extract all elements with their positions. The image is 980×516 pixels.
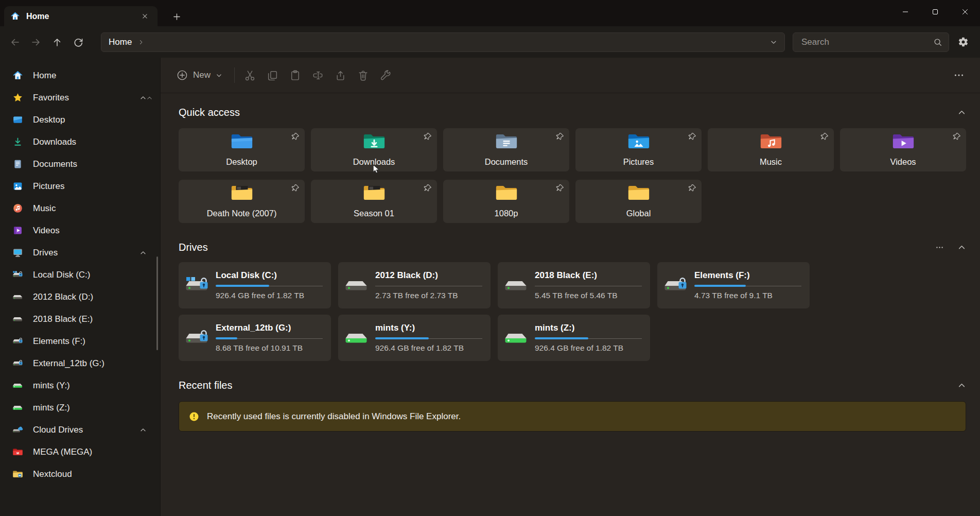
chevron-up-icon[interactable] [139, 471, 147, 478]
sidebar-item[interactable]: M MEGA (MEGA) [5, 441, 155, 462]
drives-more-icon[interactable] [935, 243, 944, 252]
quick-access-tile[interactable]: Music [708, 128, 834, 171]
up-button[interactable] [47, 32, 67, 52]
sidebar-item[interactable]: Drives [5, 242, 155, 263]
quick-access-tile[interactable]: Videos [840, 128, 966, 171]
collapse-chevron-icon[interactable] [957, 108, 966, 117]
chevron-up-icon[interactable] [139, 449, 147, 456]
pin-icon[interactable] [556, 184, 564, 192]
toolbar-button[interactable] [262, 65, 282, 85]
pin-icon[interactable] [291, 132, 300, 141]
chevron-up-icon[interactable] [139, 161, 147, 168]
drive-tile[interactable]: 2018 Black (E:) 5.45 TB free of 5.46 TB [498, 262, 650, 308]
sidebar-item[interactable]: 2012 Black (D:) [5, 286, 155, 307]
quick-access-tile[interactable]: Death Note (2007) [179, 180, 305, 223]
quick-access-tile[interactable]: Documents [443, 128, 569, 171]
more-options-button[interactable] [949, 65, 969, 85]
pin-icon[interactable] [556, 132, 564, 141]
chevron-up-icon[interactable] [139, 382, 147, 389]
toolbar-button[interactable] [308, 65, 327, 85]
sidebar-item[interactable]: Desktop [5, 109, 155, 130]
quick-access-tile[interactable]: 1080p [443, 180, 569, 223]
chevron-up-icon[interactable] [139, 183, 147, 190]
pin-icon[interactable] [688, 184, 696, 192]
chevron-up-icon[interactable] [139, 316, 147, 323]
collapse-chevron-icon[interactable] [957, 243, 966, 252]
drive-icon [504, 329, 529, 347]
close-button[interactable] [950, 0, 980, 24]
sidebar-item[interactable]: Elements (F:) [5, 331, 155, 352]
scrollbar-up-arrow[interactable] [146, 95, 153, 101]
sidebar-item[interactable]: Videos [5, 220, 155, 241]
sidebar-item[interactable]: Documents [5, 153, 155, 175]
maximize-button[interactable] [920, 0, 950, 24]
chevron-up-icon[interactable] [139, 271, 147, 279]
chevron-up-icon[interactable] [139, 72, 147, 79]
chevron-down-icon[interactable] [770, 39, 777, 46]
toolbar-button[interactable] [285, 65, 305, 85]
chevron-up-icon[interactable] [139, 205, 147, 212]
chevron-up-icon[interactable] [139, 116, 147, 124]
toolbar-button[interactable] [330, 65, 350, 85]
sidebar-item[interactable]: mints (Z:) [5, 397, 155, 418]
sidebar-item[interactable]: mints (Y:) [5, 375, 155, 396]
search-icon[interactable] [933, 38, 942, 47]
drive-tile[interactable]: 2012 Black (D:) 2.73 TB free of 2.73 TB [338, 262, 491, 308]
drive-tile[interactable]: Elements (F:) 4.73 TB free of 9.1 TB [657, 262, 810, 308]
chevron-up-icon[interactable] [139, 139, 147, 146]
sidebar-item[interactable]: 2018 Black (E:) [5, 308, 155, 330]
tab-close-icon[interactable] [138, 10, 151, 23]
new-tab-button[interactable] [169, 9, 184, 24]
chevron-up-icon[interactable] [139, 249, 147, 256]
collapse-chevron-icon[interactable] [957, 381, 966, 390]
refresh-button[interactable] [68, 32, 88, 52]
pin-icon[interactable] [424, 132, 432, 141]
drive-tile[interactable]: mints (Z:) 926.4 GB free of 1.82 TB [498, 315, 650, 361]
sidebar-item[interactable]: Local Disk (C:) [5, 264, 155, 285]
breadcrumb[interactable]: Home [109, 37, 132, 47]
sidebar-item[interactable]: Pictures [5, 176, 155, 197]
chevron-up-icon[interactable] [139, 426, 147, 434]
address-bar[interactable]: Home [101, 32, 785, 52]
pin-icon[interactable] [820, 132, 829, 141]
chevron-up-icon[interactable] [139, 404, 147, 411]
sidebar-item[interactable]: Favorites [5, 87, 155, 108]
back-button[interactable] [5, 32, 25, 52]
search-input[interactable] [800, 37, 933, 48]
sidebar-item-icon: M [12, 446, 23, 457]
sidebar-item[interactable]: Downloads [5, 131, 155, 152]
quick-access-tile[interactable]: Global [575, 180, 702, 223]
toolbar-button[interactable] [353, 65, 373, 85]
drive-tile[interactable]: mints (Y:) 926.4 GB free of 1.82 TB [338, 315, 491, 361]
sidebar-item[interactable]: External_12tb (G:) [5, 353, 155, 374]
sidebar-item[interactable]: Music [5, 198, 155, 219]
quick-access-tile[interactable]: Pictures [575, 128, 702, 171]
chevron-up-icon[interactable] [139, 94, 147, 101]
minimize-button[interactable] [890, 0, 920, 24]
chevron-up-icon[interactable] [139, 338, 147, 345]
sidebar-item[interactable]: Home [5, 65, 155, 86]
sidebar-item[interactable]: Nextcloud [5, 463, 155, 485]
drive-tile[interactable]: External_12tb (G:) 8.68 TB free of 10.91… [179, 315, 331, 361]
new-button[interactable]: New [170, 65, 229, 85]
sidebar-item-label: Documents [33, 159, 77, 169]
quick-access-tile[interactable]: Downloads [311, 128, 437, 171]
chevron-up-icon[interactable] [139, 227, 147, 234]
quick-access-tile[interactable]: Season 01 [311, 180, 437, 223]
quick-access-tile[interactable]: Desktop [179, 128, 305, 171]
pin-icon[interactable] [291, 184, 300, 192]
pin-icon[interactable] [424, 184, 432, 192]
tab-home[interactable]: Home [4, 6, 157, 26]
search-box[interactable] [793, 32, 949, 52]
drive-tile[interactable]: Local Disk (C:) 926.4 GB free of 1.82 TB [179, 262, 331, 308]
scrollbar-thumb[interactable] [156, 256, 158, 350]
chevron-up-icon[interactable] [139, 360, 147, 367]
pin-icon[interactable] [953, 132, 961, 141]
pin-icon[interactable] [688, 132, 696, 141]
settings-button[interactable] [953, 32, 973, 52]
sidebar-item[interactable]: Cloud Drives [5, 419, 155, 440]
forward-button[interactable] [26, 32, 46, 52]
toolbar-button[interactable] [376, 65, 395, 85]
chevron-up-icon[interactable] [139, 294, 147, 301]
toolbar-button[interactable] [240, 65, 259, 85]
